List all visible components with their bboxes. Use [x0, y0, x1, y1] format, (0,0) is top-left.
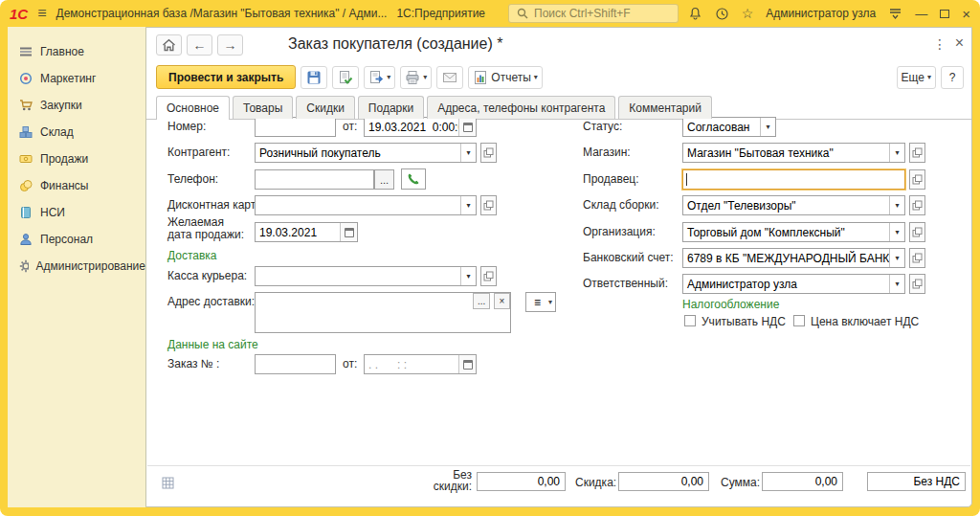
dropdown-icon[interactable]: ▾	[889, 144, 904, 162]
seller-open-button[interactable]	[909, 169, 925, 190]
responsible-field[interactable]: Администратор узла ▾	[682, 274, 905, 294]
dropdown-icon[interactable]: ▾	[889, 249, 904, 267]
maximize-icon[interactable]	[940, 10, 949, 18]
counterparty-field[interactable]: Розничный покупатель ▾	[255, 143, 477, 163]
address-menu-button[interactable]: ≡ ▾	[525, 292, 556, 312]
store-open-button[interactable]	[909, 143, 925, 163]
home-button[interactable]	[156, 34, 182, 56]
sidebar-item-label: НСИ	[40, 206, 65, 219]
tab-main[interactable]: Основное	[156, 96, 230, 120]
calendar-button[interactable]	[458, 355, 476, 373]
dropdown-icon[interactable]: ▾	[460, 267, 476, 285]
forward-button[interactable]: →	[217, 34, 243, 56]
post-and-close-button[interactable]: Провести и закрыть	[156, 65, 296, 89]
tab-goods[interactable]: Товары	[233, 96, 293, 119]
close-icon[interactable]: ×	[962, 7, 970, 21]
main-section-icon	[19, 45, 33, 58]
gear-icon	[19, 259, 29, 273]
sidebar-item-purchases[interactable]: Закупки	[8, 92, 145, 119]
courier-cashbox-field[interactable]: ▾	[255, 266, 477, 286]
sidebar-item-label: Закупки	[40, 99, 82, 112]
dropdown-icon[interactable]: ▾	[889, 196, 904, 214]
form-close-icon[interactable]: ×	[955, 34, 964, 52]
address-select-button[interactable]: ...	[473, 293, 490, 309]
discount-total-field[interactable]: 0,00	[618, 472, 709, 491]
number-field[interactable]	[255, 117, 336, 137]
counterparty-open-button[interactable]	[480, 143, 497, 163]
no-discount-total-field[interactable]: 0,00	[477, 472, 566, 491]
site-order-date-field[interactable]: . . : :	[364, 354, 477, 374]
back-button[interactable]: ←	[187, 34, 212, 56]
dropdown-icon[interactable]: ▾	[889, 275, 904, 293]
courier-cashbox-open-button[interactable]	[480, 266, 497, 286]
discount-card-open-button[interactable]	[480, 195, 497, 215]
dropdown-icon[interactable]: ▾	[460, 144, 476, 162]
discount-card-field[interactable]: ▾	[255, 195, 477, 215]
bank-account-field[interactable]: 6789 в КБ "МЕЖДУНАРОДНЫЙ БАНК РАЗВИТИЯ" …	[682, 248, 905, 268]
main-menu-icon[interactable]: ≡	[37, 5, 46, 22]
sidebar-item-marketing[interactable]: Маркетинг	[8, 65, 145, 92]
minimize-icon[interactable]: —	[915, 8, 927, 20]
calendar-button[interactable]	[458, 118, 476, 136]
document-date-field[interactable]: 19.03.2021 0:00:00	[364, 117, 477, 137]
organization-open-button[interactable]	[909, 222, 925, 242]
tab-gifts[interactable]: Подарки	[358, 96, 424, 119]
sidebar-item-finance[interactable]: Финансы	[8, 172, 145, 199]
sidebar-item-sales[interactable]: Продажи	[8, 146, 145, 172]
favorites-star-icon[interactable]: ☆	[742, 6, 754, 21]
site-order-number-value	[256, 355, 335, 373]
site-order-number-field[interactable]	[255, 354, 336, 374]
warehouse-field[interactable]: Отдел "Телевизоры" ▾	[682, 195, 905, 215]
bank-account-open-button[interactable]	[909, 248, 925, 268]
reports-button[interactable]: Отчеты ▾	[468, 66, 543, 89]
status-field[interactable]: Согласован ▾	[682, 117, 776, 137]
sidebar-item-nsi[interactable]: НСИ	[8, 199, 145, 226]
tab-comment[interactable]: Комментарий	[618, 96, 712, 119]
vat-included-checkbox-label[interactable]: Цена включает НДС	[811, 315, 919, 328]
send-email-button[interactable]	[436, 66, 463, 89]
desired-date-field[interactable]: 19.03.2021	[255, 222, 358, 242]
tab-discounts[interactable]: Скидки	[296, 96, 355, 119]
help-button[interactable]: ?	[941, 66, 964, 89]
sidebar-item-administration[interactable]: Администрирование	[8, 253, 145, 280]
create-based-on-button[interactable]: ▾	[364, 66, 395, 89]
sidebar-item-main[interactable]: Главное	[8, 38, 145, 65]
kebab-menu-icon[interactable]: ⋮	[933, 36, 947, 52]
history-icon[interactable]	[715, 7, 729, 21]
collapse-panel-icon[interactable]	[888, 7, 902, 21]
phone-field[interactable]	[255, 169, 374, 190]
calendar-icon	[463, 360, 473, 370]
sidebar-item-personnel[interactable]: Персонал	[8, 226, 145, 253]
global-search[interactable]	[508, 4, 679, 23]
dropdown-icon[interactable]: ▾	[889, 223, 904, 241]
sum-total-field[interactable]: 0,00	[762, 472, 843, 491]
current-user[interactable]: Администратор узла	[766, 7, 876, 20]
open-link-icon	[912, 253, 923, 263]
notifications-bell-icon[interactable]	[688, 7, 702, 21]
vat-checkbox[interactable]	[684, 315, 696, 326]
printer-icon	[405, 70, 420, 85]
address-clear-button[interactable]: ×	[494, 293, 510, 309]
vat-checkbox-label[interactable]: Учитывать НДС	[702, 315, 786, 328]
tab-addresses[interactable]: Адреса, телефоны контрагента	[427, 96, 615, 119]
print-button[interactable]: ▾	[400, 66, 432, 89]
person-icon	[19, 233, 33, 246]
call-button[interactable]	[401, 168, 426, 190]
save-button[interactable]	[301, 66, 327, 89]
more-button[interactable]: Еще ▾	[897, 66, 936, 89]
warehouse-open-button[interactable]	[909, 195, 925, 215]
vat-included-checkbox[interactable]	[793, 315, 805, 326]
search-input[interactable]	[534, 7, 670, 20]
dropdown-icon[interactable]: ▾	[760, 118, 775, 136]
responsible-open-button[interactable]	[909, 274, 925, 294]
vat-mode-field[interactable]: Без НДС	[867, 472, 966, 491]
sidebar-item-warehouse[interactable]: Склад	[8, 119, 145, 146]
post-document-button[interactable]	[332, 66, 359, 89]
seller-field[interactable]	[682, 169, 905, 190]
dropdown-icon[interactable]: ▾	[460, 196, 476, 214]
organization-field[interactable]: Торговый дом "Комплексный" ▾	[682, 222, 905, 242]
store-field[interactable]: Магазин "Бытовая техника" ▾	[682, 143, 905, 163]
calendar-button[interactable]	[340, 223, 357, 241]
phone-select-button[interactable]: ...	[374, 169, 394, 190]
footer-table-icon[interactable]	[162, 476, 174, 493]
